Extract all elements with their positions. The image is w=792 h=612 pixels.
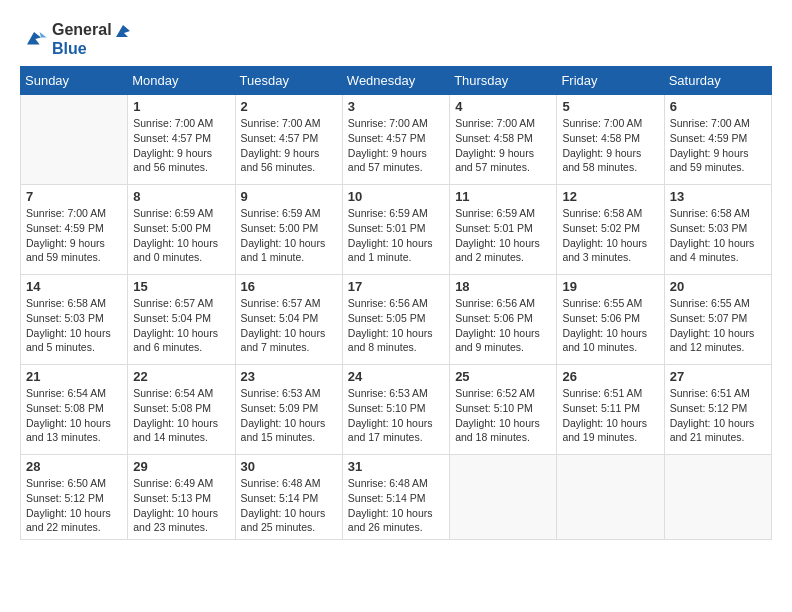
calendar-table: SundayMondayTuesdayWednesdayThursdayFrid… <box>20 66 772 540</box>
day-info: Sunrise: 6:57 AMSunset: 5:04 PMDaylight:… <box>241 296 337 355</box>
logo: GeneralBlue <box>20 20 132 58</box>
calendar-day-cell: 9Sunrise: 6:59 AMSunset: 5:00 PMDaylight… <box>235 185 342 275</box>
day-number: 25 <box>455 369 551 384</box>
calendar-day-cell: 22Sunrise: 6:54 AMSunset: 5:08 PMDayligh… <box>128 365 235 455</box>
day-info: Sunrise: 6:55 AMSunset: 5:07 PMDaylight:… <box>670 296 766 355</box>
day-info: Sunrise: 6:59 AMSunset: 5:00 PMDaylight:… <box>241 206 337 265</box>
calendar-day-cell: 12Sunrise: 6:58 AMSunset: 5:02 PMDayligh… <box>557 185 664 275</box>
calendar-week-row: 21Sunrise: 6:54 AMSunset: 5:08 PMDayligh… <box>21 365 772 455</box>
day-number: 29 <box>133 459 229 474</box>
calendar-day-cell: 1Sunrise: 7:00 AMSunset: 4:57 PMDaylight… <box>128 95 235 185</box>
day-number: 9 <box>241 189 337 204</box>
calendar-day-cell: 5Sunrise: 7:00 AMSunset: 4:58 PMDaylight… <box>557 95 664 185</box>
calendar-day-cell: 20Sunrise: 6:55 AMSunset: 5:07 PMDayligh… <box>664 275 771 365</box>
calendar-day-cell <box>21 95 128 185</box>
header-saturday: Saturday <box>664 67 771 95</box>
day-number: 17 <box>348 279 444 294</box>
day-number: 13 <box>670 189 766 204</box>
day-info: Sunrise: 6:56 AMSunset: 5:05 PMDaylight:… <box>348 296 444 355</box>
svg-marker-1 <box>40 32 47 38</box>
day-info: Sunrise: 6:53 AMSunset: 5:10 PMDaylight:… <box>348 386 444 445</box>
day-number: 20 <box>670 279 766 294</box>
day-info: Sunrise: 6:48 AMSunset: 5:14 PMDaylight:… <box>241 476 337 535</box>
calendar-week-row: 1Sunrise: 7:00 AMSunset: 4:57 PMDaylight… <box>21 95 772 185</box>
calendar-day-cell <box>557 455 664 540</box>
day-number: 12 <box>562 189 658 204</box>
day-info: Sunrise: 6:50 AMSunset: 5:12 PMDaylight:… <box>26 476 122 535</box>
calendar-week-row: 14Sunrise: 6:58 AMSunset: 5:03 PMDayligh… <box>21 275 772 365</box>
calendar-day-cell: 21Sunrise: 6:54 AMSunset: 5:08 PMDayligh… <box>21 365 128 455</box>
calendar-day-cell: 23Sunrise: 6:53 AMSunset: 5:09 PMDayligh… <box>235 365 342 455</box>
calendar-day-cell: 31Sunrise: 6:48 AMSunset: 5:14 PMDayligh… <box>342 455 449 540</box>
day-info: Sunrise: 6:48 AMSunset: 5:14 PMDaylight:… <box>348 476 444 535</box>
day-number: 23 <box>241 369 337 384</box>
day-info: Sunrise: 7:00 AMSunset: 4:59 PMDaylight:… <box>670 116 766 175</box>
day-number: 5 <box>562 99 658 114</box>
day-info: Sunrise: 6:59 AMSunset: 5:01 PMDaylight:… <box>348 206 444 265</box>
calendar-day-cell: 30Sunrise: 6:48 AMSunset: 5:14 PMDayligh… <box>235 455 342 540</box>
calendar-day-cell <box>450 455 557 540</box>
calendar-day-cell: 29Sunrise: 6:49 AMSunset: 5:13 PMDayligh… <box>128 455 235 540</box>
day-number: 19 <box>562 279 658 294</box>
day-number: 30 <box>241 459 337 474</box>
calendar-day-cell: 10Sunrise: 6:59 AMSunset: 5:01 PMDayligh… <box>342 185 449 275</box>
day-info: Sunrise: 7:00 AMSunset: 4:57 PMDaylight:… <box>241 116 337 175</box>
day-number: 28 <box>26 459 122 474</box>
day-number: 26 <box>562 369 658 384</box>
calendar-day-cell: 25Sunrise: 6:52 AMSunset: 5:10 PMDayligh… <box>450 365 557 455</box>
day-number: 7 <box>26 189 122 204</box>
day-number: 16 <box>241 279 337 294</box>
calendar-day-cell: 19Sunrise: 6:55 AMSunset: 5:06 PMDayligh… <box>557 275 664 365</box>
day-info: Sunrise: 6:58 AMSunset: 5:02 PMDaylight:… <box>562 206 658 265</box>
day-number: 1 <box>133 99 229 114</box>
day-number: 2 <box>241 99 337 114</box>
calendar-day-cell: 14Sunrise: 6:58 AMSunset: 5:03 PMDayligh… <box>21 275 128 365</box>
day-info: Sunrise: 6:59 AMSunset: 5:01 PMDaylight:… <box>455 206 551 265</box>
day-info: Sunrise: 6:58 AMSunset: 5:03 PMDaylight:… <box>670 206 766 265</box>
header-wednesday: Wednesday <box>342 67 449 95</box>
calendar-day-cell: 2Sunrise: 7:00 AMSunset: 4:57 PMDaylight… <box>235 95 342 185</box>
day-info: Sunrise: 6:54 AMSunset: 5:08 PMDaylight:… <box>26 386 122 445</box>
day-info: Sunrise: 7:00 AMSunset: 4:59 PMDaylight:… <box>26 206 122 265</box>
day-info: Sunrise: 6:49 AMSunset: 5:13 PMDaylight:… <box>133 476 229 535</box>
day-number: 27 <box>670 369 766 384</box>
day-info: Sunrise: 7:00 AMSunset: 4:57 PMDaylight:… <box>133 116 229 175</box>
calendar-day-cell: 28Sunrise: 6:50 AMSunset: 5:12 PMDayligh… <box>21 455 128 540</box>
calendar-day-cell: 18Sunrise: 6:56 AMSunset: 5:06 PMDayligh… <box>450 275 557 365</box>
calendar-day-cell: 6Sunrise: 7:00 AMSunset: 4:59 PMDaylight… <box>664 95 771 185</box>
day-number: 3 <box>348 99 444 114</box>
header-monday: Monday <box>128 67 235 95</box>
header-friday: Friday <box>557 67 664 95</box>
day-number: 18 <box>455 279 551 294</box>
logo-icon <box>20 25 48 53</box>
calendar-day-cell: 11Sunrise: 6:59 AMSunset: 5:01 PMDayligh… <box>450 185 557 275</box>
day-info: Sunrise: 6:53 AMSunset: 5:09 PMDaylight:… <box>241 386 337 445</box>
header-tuesday: Tuesday <box>235 67 342 95</box>
calendar-day-cell: 8Sunrise: 6:59 AMSunset: 5:00 PMDaylight… <box>128 185 235 275</box>
page-header: GeneralBlue <box>20 20 772 58</box>
day-info: Sunrise: 6:56 AMSunset: 5:06 PMDaylight:… <box>455 296 551 355</box>
calendar-day-cell: 17Sunrise: 6:56 AMSunset: 5:05 PMDayligh… <box>342 275 449 365</box>
calendar-day-cell: 27Sunrise: 6:51 AMSunset: 5:12 PMDayligh… <box>664 365 771 455</box>
day-info: Sunrise: 7:00 AMSunset: 4:58 PMDaylight:… <box>455 116 551 175</box>
header-thursday: Thursday <box>450 67 557 95</box>
day-number: 15 <box>133 279 229 294</box>
calendar-day-cell <box>664 455 771 540</box>
day-number: 10 <box>348 189 444 204</box>
day-number: 11 <box>455 189 551 204</box>
day-info: Sunrise: 7:00 AMSunset: 4:58 PMDaylight:… <box>562 116 658 175</box>
calendar-day-cell: 24Sunrise: 6:53 AMSunset: 5:10 PMDayligh… <box>342 365 449 455</box>
calendar-day-cell: 13Sunrise: 6:58 AMSunset: 5:03 PMDayligh… <box>664 185 771 275</box>
svg-marker-0 <box>27 32 41 45</box>
day-number: 31 <box>348 459 444 474</box>
svg-marker-2 <box>116 25 130 37</box>
day-number: 4 <box>455 99 551 114</box>
day-number: 6 <box>670 99 766 114</box>
calendar-day-cell: 4Sunrise: 7:00 AMSunset: 4:58 PMDaylight… <box>450 95 557 185</box>
day-number: 21 <box>26 369 122 384</box>
day-info: Sunrise: 6:55 AMSunset: 5:06 PMDaylight:… <box>562 296 658 355</box>
day-info: Sunrise: 6:59 AMSunset: 5:00 PMDaylight:… <box>133 206 229 265</box>
day-number: 8 <box>133 189 229 204</box>
calendar-week-row: 28Sunrise: 6:50 AMSunset: 5:12 PMDayligh… <box>21 455 772 540</box>
day-info: Sunrise: 6:51 AMSunset: 5:11 PMDaylight:… <box>562 386 658 445</box>
